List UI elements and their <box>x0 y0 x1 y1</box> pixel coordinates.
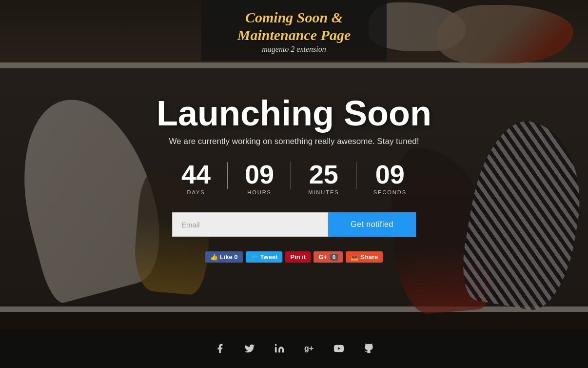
header-banner: Coming Soon & Maintenance Page magento 2… <box>201 0 387 61</box>
gplus-count: 0 <box>330 254 338 261</box>
thumbs-up-icon: 👍 <box>210 253 218 261</box>
pinterest-label: Pin it <box>290 253 306 261</box>
hours-value: 09 <box>245 161 274 187</box>
hours-label: HOURS <box>245 189 274 195</box>
seconds-label: SECONDS <box>373 189 407 195</box>
countdown-days: 44 DAYS <box>164 161 228 195</box>
share-label: Share <box>360 253 378 261</box>
twitter-svg <box>244 343 255 354</box>
header-title: Coming Soon & Maintenance Page <box>226 9 362 44</box>
footer-bar: g+ <box>0 329 588 368</box>
pinterest-button[interactable]: Pin it <box>285 251 311 263</box>
gplus-icon: G+ <box>318 253 327 261</box>
facebook-svg <box>215 343 225 354</box>
footer-googleplus-icon[interactable]: g+ <box>300 340 318 357</box>
countdown-hours: 09 HOURS <box>228 161 291 195</box>
notify-button[interactable]: Get notified <box>328 212 416 237</box>
footer-facebook-icon[interactable] <box>211 340 229 357</box>
footer-twitter-icon[interactable] <box>241 340 258 357</box>
days-value: 44 <box>181 161 211 187</box>
youtube-svg <box>333 343 344 354</box>
days-label: DAYS <box>181 189 211 195</box>
minutes-label: MINUTES <box>308 189 339 195</box>
share-button[interactable]: 📤 Share <box>346 251 383 263</box>
seconds-value: 09 <box>373 161 407 187</box>
minutes-value: 25 <box>308 161 339 187</box>
footer-linkedin-icon[interactable] <box>271 340 288 357</box>
footer-youtube-icon[interactable] <box>330 340 348 357</box>
gplus-button[interactable]: G+ 0 <box>314 251 343 263</box>
linkedin-svg <box>274 343 285 354</box>
countdown-timer: 44 DAYS 09 HOURS 25 MINUTES 09 SECONDS <box>123 161 465 195</box>
countdown-minutes: 25 MINUTES <box>291 161 356 195</box>
social-share-bar: 👍 Like 0 🐦 Tweet Pin it G+ 0 📤 Share <box>123 251 465 263</box>
main-content: Launching Soon We are currently working … <box>123 96 465 272</box>
twitter-bird-icon: 🐦 <box>251 253 258 261</box>
header-subtitle: magento 2 extension <box>226 45 362 54</box>
facebook-like-button[interactable]: 👍 Like 0 <box>205 251 243 263</box>
email-form: Get notified <box>123 212 465 237</box>
twitter-tweet-button[interactable]: 🐦 Tweet <box>246 251 283 263</box>
tagline: We are currently working on something re… <box>123 137 465 146</box>
footer-github-icon[interactable] <box>360 340 377 357</box>
svg-point-0 <box>274 344 276 346</box>
googleplus-label: g+ <box>304 344 314 353</box>
launching-title: Launching Soon <box>123 96 465 131</box>
twitter-tweet-label: Tweet <box>260 253 278 261</box>
share-icon: 📤 <box>351 253 358 261</box>
email-input[interactable] <box>172 212 328 237</box>
github-svg <box>363 343 374 354</box>
facebook-like-label: Like 0 <box>220 253 238 261</box>
countdown-seconds: 09 SECONDS <box>356 161 424 195</box>
